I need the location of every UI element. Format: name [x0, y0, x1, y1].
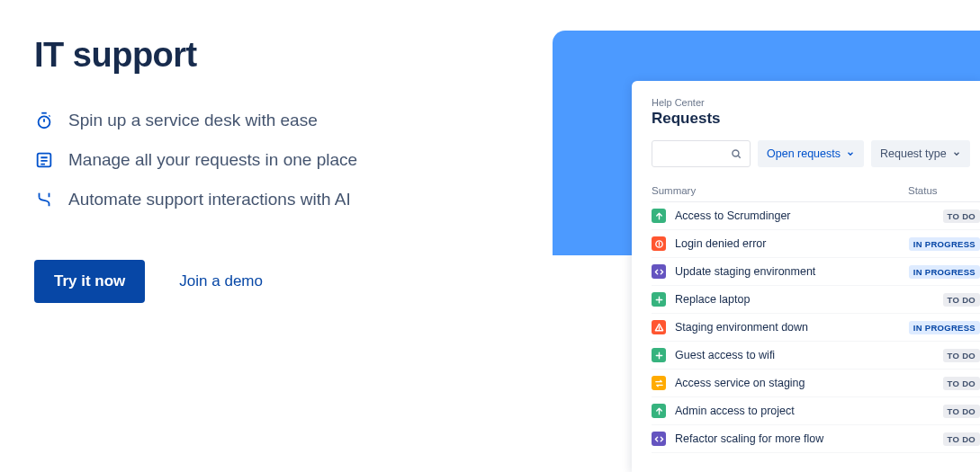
stopwatch-icon — [34, 111, 54, 130]
feature-text: Automate support interactions with AI — [68, 190, 351, 209]
requests-card: Help Center Requests Open requests Reque… — [632, 81, 980, 472]
arrow-up-icon — [652, 404, 666, 418]
status-badge: TO DO — [943, 349, 980, 362]
alert-icon — [652, 320, 666, 334]
table-row[interactable]: Admin access to projectTO DO — [652, 397, 980, 425]
filter-label: Request type — [880, 147, 947, 160]
plus-icon — [652, 292, 666, 307]
plus-icon — [652, 348, 666, 362]
feature-item: Manage all your requests in one place — [34, 150, 502, 170]
table-row[interactable]: Login denied errorIN PROGRESS — [652, 230, 980, 258]
table-row[interactable]: Guest access to wifiTO DO — [652, 342, 980, 370]
search-input[interactable] — [652, 140, 751, 167]
filter-label: Open requests — [767, 147, 841, 160]
row-summary: Login denied error — [675, 237, 909, 250]
feature-list: Spin up a service desk with ease Manage … — [34, 111, 502, 209]
status-badge: TO DO — [943, 209, 980, 223]
chevron-down-icon — [846, 149, 855, 158]
table-row[interactable]: Staging environment downIN PROGRESS — [652, 314, 980, 342]
feature-text: Manage all your requests in one place — [68, 150, 357, 170]
requests-icon — [34, 150, 54, 170]
search-icon — [730, 147, 742, 160]
code-icon — [652, 264, 666, 279]
arrow-up-icon — [652, 209, 666, 223]
try-it-now-button[interactable]: Try it now — [34, 260, 145, 303]
table-header: Summary Status — [652, 180, 980, 202]
column-status: Status — [908, 185, 980, 196]
svg-point-0 — [39, 116, 50, 128]
automate-icon — [34, 190, 54, 209]
row-summary: Access service on staging — [675, 377, 943, 389]
column-summary: Summary — [652, 185, 908, 196]
table-row[interactable]: Update staging environmentIN PROGRESS — [652, 258, 980, 286]
status-badge: IN PROGRESS — [909, 321, 980, 334]
status-badge: IN PROGRESS — [909, 265, 980, 279]
status-badge: IN PROGRESS — [909, 237, 980, 251]
table-row[interactable]: Access service on stagingTO DO — [652, 370, 980, 397]
row-summary: Replace laptop — [675, 293, 943, 306]
request-type-filter[interactable]: Request type — [871, 140, 970, 167]
row-summary: Admin access to project — [675, 405, 943, 417]
swap-icon — [652, 376, 666, 390]
join-demo-link[interactable]: Join a demo — [179, 272, 263, 290]
table-row[interactable]: Replace laptopTO DO — [652, 286, 980, 314]
error-icon — [652, 236, 666, 251]
svg-point-2 — [733, 150, 739, 156]
breadcrumb: Help Center — [652, 97, 980, 108]
feature-item: Spin up a service desk with ease — [34, 111, 502, 130]
row-summary: Access to Scrumdinger — [675, 209, 943, 222]
status-badge: TO DO — [943, 293, 980, 307]
table-row[interactable]: Refactor scaling for more flowTO DO — [652, 425, 980, 453]
card-title: Requests — [652, 110, 980, 128]
chevron-down-icon — [952, 149, 961, 158]
status-badge: TO DO — [943, 377, 980, 390]
code-icon — [652, 432, 666, 446]
status-badge: TO DO — [943, 405, 980, 418]
feature-item: Automate support interactions with AI — [34, 190, 502, 209]
status-badge: TO DO — [943, 432, 980, 446]
open-requests-filter[interactable]: Open requests — [758, 140, 864, 167]
feature-text: Spin up a service desk with ease — [68, 111, 318, 130]
preview-panel: Help Center Requests Open requests Reque… — [553, 31, 980, 472]
row-summary: Staging environment down — [675, 321, 909, 334]
table-row[interactable]: Access to ScrumdingerTO DO — [652, 202, 980, 230]
row-summary: Refactor scaling for more flow — [675, 432, 943, 445]
page-title: IT support — [34, 36, 502, 75]
row-summary: Guest access to wifi — [675, 349, 943, 361]
row-summary: Update staging environment — [675, 265, 909, 278]
